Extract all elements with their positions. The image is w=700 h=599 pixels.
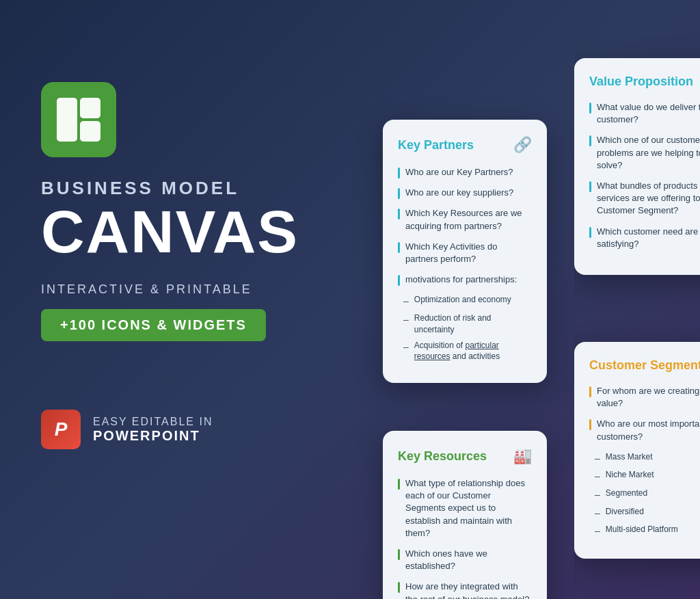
list-item: Which ones have we established? — [398, 548, 532, 572]
key-partners-card: Key Partners 🔗 Who are our Key Partners?… — [383, 120, 547, 383]
list-sub-item: – Niche Market — [595, 469, 700, 483]
key-resources-title: Key Resources 🏭 — [398, 447, 532, 465]
item-bar — [398, 549, 400, 560]
list-item: Who are our Key Partners? — [398, 166, 532, 178]
item-bar — [589, 181, 591, 192]
resources-icon: 🏭 — [513, 447, 532, 465]
customer-segments-card: Customer Segments For whom are we creati… — [574, 342, 700, 559]
svg-rect-2 — [80, 121, 100, 142]
list-item: Who are our key suppliers? — [398, 187, 532, 199]
list-item: Which one of our customer's problems are… — [589, 134, 700, 172]
list-item: For whom are we creating value? — [589, 385, 700, 410]
list-item: What value do we deliver to the customer… — [589, 101, 700, 126]
list-item: How are they integrated with the rest of… — [398, 581, 532, 599]
title-canvas: CANVAS — [41, 202, 369, 262]
svg-rect-1 — [80, 98, 100, 118]
left-section: BUSINESS MODEL CANVAS INTERACTIVE & PRIN… — [41, 82, 369, 449]
list-sub-item: – Reduction of risk and uncertainty — [403, 312, 532, 336]
list-item: Which Key Activities do partners perform… — [398, 241, 532, 265]
title-business: BUSINESS MODEL — [41, 178, 369, 199]
item-bar — [589, 227, 591, 238]
item-bar — [398, 582, 400, 593]
powerpoint-icon: P — [41, 410, 81, 449]
ppt-text: EASY EDITABLE IN POWERPOINT — [93, 416, 213, 444]
item-bar — [398, 479, 400, 490]
list-item: What type of relationship does each of o… — [398, 477, 532, 540]
list-sub-item: – Multi-sided Platform — [595, 524, 700, 538]
logo-container — [41, 82, 116, 157]
list-sub-item: – Segmented — [595, 488, 700, 502]
ppt-name: POWERPOINT — [93, 428, 213, 444]
item-bar — [398, 209, 400, 219]
item-bar — [589, 386, 591, 397]
list-item: What bundles of products and services ar… — [589, 180, 700, 217]
right-cards-area: Value Proposition What value do we deliv… — [574, 0, 700, 599]
customer-segments-title: Customer Segments — [589, 358, 700, 373]
list-item: motivations for partnerships: — [398, 274, 532, 286]
logo-icon — [54, 95, 103, 144]
key-resources-card: Key Resources 🏭 What type of relationshi… — [383, 431, 547, 599]
list-sub-item: – Mass Market — [595, 451, 700, 466]
item-bar — [589, 419, 591, 430]
key-partners-title: Key Partners 🔗 — [398, 136, 532, 154]
item-bar — [589, 135, 591, 146]
list-item: Who are our most important customers? — [589, 418, 700, 442]
item-bar — [398, 242, 400, 253]
value-proposition-title: Value Proposition — [589, 75, 700, 89]
subtitle: INTERACTIVE & PRINTABLE — [41, 282, 369, 297]
ppt-label: EASY EDITABLE IN — [93, 416, 213, 428]
list-sub-item: – Optimization and economy — [403, 294, 532, 308]
item-bar — [398, 275, 400, 286]
list-sub-item: – Acquisition of particular resources an… — [403, 340, 532, 363]
item-bar — [398, 188, 400, 199]
list-item: Which customer need are we satisfying? — [589, 226, 700, 250]
list-sub-item: – Diversified — [595, 506, 700, 520]
list-item: Which Key Resources are we acquiring fro… — [398, 207, 532, 232]
partners-icon: 🔗 — [513, 136, 532, 154]
svg-rect-0 — [57, 98, 77, 142]
item-bar — [398, 168, 400, 178]
badge: +100 ICONS & WIDGETS — [41, 309, 266, 341]
value-proposition-card: Value Proposition What value do we deliv… — [574, 58, 700, 275]
powerpoint-section: P EASY EDITABLE IN POWERPOINT — [41, 410, 369, 449]
item-bar — [589, 103, 591, 114]
